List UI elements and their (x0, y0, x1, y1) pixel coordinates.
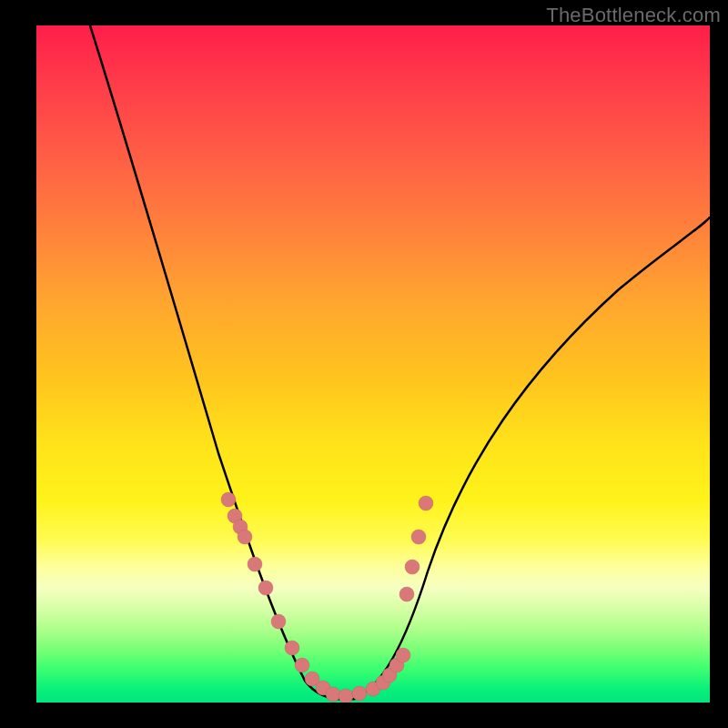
chart-frame: TheBottleneck.com (0, 0, 728, 728)
curve-path (90, 25, 710, 700)
svg-point-21 (411, 530, 426, 544)
svg-point-0 (221, 492, 236, 507)
svg-point-8 (295, 658, 309, 672)
svg-point-12 (339, 689, 353, 703)
svg-point-3 (238, 530, 252, 544)
svg-point-11 (326, 687, 340, 702)
bottleneck-curve (36, 25, 710, 703)
svg-point-20 (405, 560, 420, 574)
svg-point-7 (285, 641, 299, 655)
chart-plot-area (36, 25, 710, 703)
watermark-text: TheBottleneck.com (546, 4, 721, 27)
svg-point-13 (352, 686, 367, 701)
svg-point-5 (258, 581, 273, 595)
svg-point-6 (271, 614, 286, 629)
svg-point-22 (419, 496, 433, 511)
svg-point-4 (248, 557, 262, 571)
svg-point-18 (396, 648, 410, 662)
svg-point-19 (399, 587, 414, 602)
highlight-dots (221, 492, 433, 703)
